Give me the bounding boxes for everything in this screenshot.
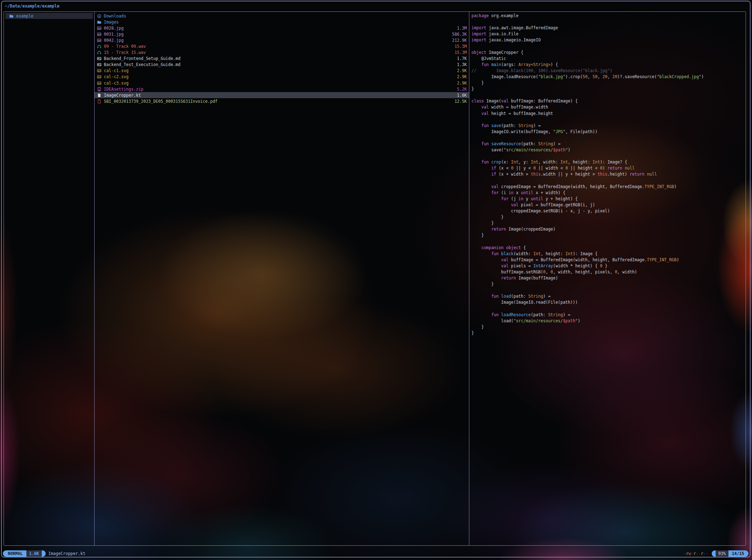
file-size: 12.5K (454, 99, 467, 104)
file-row[interactable]: Images (95, 19, 469, 25)
status-bar: NORMAL 1.6K ImageCropper.kt -rw-r--r-- 9… (3, 550, 748, 557)
scroll-progress: 93% (716, 550, 729, 557)
file-manager-panes: example DownloadsImages0028.jpg1.3M0031.… (4, 11, 746, 546)
file-size: 1.7K (457, 56, 467, 61)
image-icon (97, 26, 101, 30)
code-line (471, 238, 744, 244)
code-line: @JvmStatic (471, 56, 744, 62)
file-row[interactable]: 0042.jpg212.9K (95, 37, 469, 43)
image-icon (97, 81, 101, 85)
code-line: } (471, 330, 744, 336)
current-directory-pane[interactable]: DownloadsImages0028.jpg1.3M0031.jpg586.3… (95, 12, 469, 545)
code-line: for (j in y until y + height) { (471, 196, 744, 202)
cursor-position-badge: 14/15 (728, 550, 748, 557)
file-row[interactable]: SBI_0032013739_2023_DE05_0003155631Invoi… (95, 98, 469, 104)
file-size: 1.6K (457, 93, 467, 98)
file-row[interactable]: Backend_Test_Execution_Guide.md1.3K (95, 62, 469, 68)
file-preview-pane[interactable]: package org.example import java.awt.imag… (469, 12, 746, 545)
file-size: 5.2K (457, 87, 467, 92)
image-icon (97, 75, 101, 79)
code-line: ImageIO.write(buffImage, "JPG", File(pat… (471, 129, 744, 135)
file-row[interactable]: cal-c1.svg2.9K (95, 68, 469, 74)
breadcrumb-path: ~/Data/example/example (5, 2, 59, 10)
code-line (471, 135, 744, 141)
parent-directory-pane[interactable]: example (4, 12, 94, 545)
file-name: ImageCropper.kt (104, 93, 454, 98)
file-name: Images (104, 20, 464, 25)
file-row[interactable]: cal-c3.svg2.9K (95, 80, 469, 86)
status-filename: ImageCropper.kt (48, 551, 85, 556)
file-row[interactable]: 0031.jpg586.3K (95, 31, 469, 37)
dir-name: example (16, 14, 93, 19)
code-line: } (471, 281, 744, 287)
code-line: fun black(width: Int, height: Int): Imag… (471, 251, 744, 257)
code-line: Image.loadResource("black.jpg").crop(50,… (471, 74, 744, 80)
code-line: fun load(path: String) = (471, 293, 744, 299)
file-row[interactable]: cal-c2.svg2.9K (95, 74, 469, 80)
file-row[interactable]: 0028.jpg1.3M (95, 25, 469, 31)
file-name: Downloads (104, 14, 464, 19)
code-line (471, 117, 744, 123)
code-line: croppedImage.setRGB(i - x, j - y, pixel) (471, 208, 744, 214)
code-line: import java.io.File (471, 31, 744, 37)
file-name: Backend_Frontend_Setup_Guide.md (104, 56, 454, 61)
code-line: val height = buffImage.height (471, 111, 744, 117)
parent-dir-row[interactable]: example (5, 13, 93, 19)
folder-icon (97, 20, 101, 24)
file-name: 15 - Track 15.wav (104, 50, 451, 55)
file-row[interactable]: 15 - Track 15.wav15.3M (95, 50, 469, 56)
code-line: } (471, 214, 744, 220)
code-line: import java.awt.image.BufferedImage (471, 25, 744, 31)
file-size: 2.9K (457, 68, 467, 73)
file-name: 09 - Track 09.wav (104, 44, 451, 49)
file-row[interactable]: Downloads (95, 13, 469, 19)
code-line (471, 19, 744, 25)
file-row[interactable]: IDEAsettings.zip5.2K (95, 86, 469, 92)
mode-badge: NORMAL (3, 550, 26, 557)
code-line: if (x < 0 || y < 0 || width < 0 || heigh… (471, 165, 744, 171)
code-line: fun main(args: Array<String>) { (471, 62, 744, 68)
file-name: cal-c1.svg (104, 68, 454, 73)
audio-icon (97, 50, 101, 55)
code-line: val croppedImage = BufferedImage(width, … (471, 184, 744, 190)
code-line: object ImageCropper { (471, 50, 744, 56)
code-line: } (471, 232, 744, 238)
file-size: 15.3M (454, 44, 467, 49)
pdf-icon (97, 99, 101, 104)
code-line: package org.example (471, 13, 744, 19)
powerline-cap-icon (712, 550, 716, 557)
file-size: 2.9K (457, 74, 467, 79)
code-line: load("src/main/resources/$path") (471, 318, 744, 324)
file-row[interactable]: Backend_Frontend_Setup_Guide.md1.7K (95, 56, 469, 62)
image-icon (97, 69, 101, 73)
file-name: 0031.jpg (104, 32, 449, 37)
code-line: fun save(path: String) = (471, 123, 744, 129)
downloads-folder-icon (97, 14, 101, 18)
file-icon (97, 93, 101, 97)
code-line: buffImage.setRGB(0, 0, width, height, pi… (471, 269, 744, 275)
image-icon (97, 32, 101, 36)
code-line: val width = buffImage.width (471, 104, 744, 110)
code-line: companion object { (471, 245, 744, 251)
code-line: class Image(val buffImage: BufferedImage… (471, 98, 744, 104)
powerline-cap-icon (42, 550, 46, 557)
file-name: cal-c2.svg (104, 74, 454, 79)
file-name: IDEAsettings.zip (104, 87, 454, 92)
code-line (471, 306, 744, 312)
code-line (471, 287, 744, 293)
file-row[interactable]: ImageCropper.kt1.6K (95, 92, 469, 98)
file-size: 2.9K (457, 81, 467, 86)
file-size: 1.3K (457, 62, 467, 67)
code-line (471, 153, 744, 159)
audio-icon (97, 44, 101, 49)
code-line: return Image(buffImage) (471, 275, 744, 281)
code-line: fun saveResource(path: String) = (471, 141, 744, 147)
code-line: } (471, 324, 744, 330)
markdown-icon (97, 62, 101, 67)
file-name: 0042.jpg (104, 38, 449, 43)
archive-icon (97, 87, 101, 91)
code-line: fun crop(x: Int, y: Int, width: Int, hei… (471, 159, 744, 165)
status-right-group: -rw-r--r-- 93% 14/15 (683, 550, 748, 557)
file-row[interactable]: 09 - Track 09.wav15.3M (95, 43, 469, 49)
file-size: 1.3M (457, 26, 467, 31)
